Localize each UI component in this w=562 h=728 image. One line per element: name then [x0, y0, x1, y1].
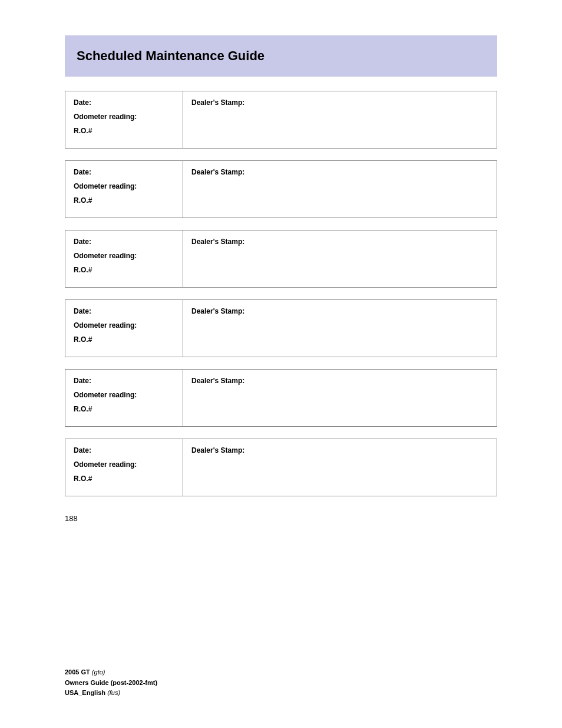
cards-container: Date:Odometer reading:R.O.#Dealer's Stam… [65, 91, 497, 496]
ro-label-1: R.O.# [74, 127, 174, 135]
odometer-label-1: Odometer reading: [74, 113, 174, 121]
dealer-stamp-label-2: Dealer's Stamp: [191, 168, 488, 176]
card-left-3: Date:Odometer reading:R.O.# [65, 230, 183, 287]
maintenance-card-6: Date:Odometer reading:R.O.#Dealer's Stam… [65, 439, 497, 496]
odometer-label-5: Odometer reading: [74, 391, 174, 399]
card-right-5: Dealer's Stamp: [183, 370, 497, 426]
card-right-1: Dealer's Stamp: [183, 91, 497, 148]
page-container: Scheduled Maintenance Guide Date:Odomete… [0, 0, 562, 728]
page-title: Scheduled Maintenance Guide [77, 48, 265, 63]
maintenance-card-3: Date:Odometer reading:R.O.#Dealer's Stam… [65, 230, 497, 288]
dealer-stamp-label-5: Dealer's Stamp: [191, 377, 488, 385]
ro-label-5: R.O.# [74, 405, 174, 413]
maintenance-card-1: Date:Odometer reading:R.O.#Dealer's Stam… [65, 91, 497, 149]
card-right-6: Dealer's Stamp: [183, 439, 497, 496]
ro-label-6: R.O.# [74, 475, 174, 483]
footer-fus: (fus) [105, 689, 120, 696]
card-left-5: Date:Odometer reading:R.O.# [65, 370, 183, 426]
card-right-2: Dealer's Stamp: [183, 161, 497, 218]
card-left-2: Date:Odometer reading:R.O.# [65, 161, 183, 218]
footer-usa-english: USA_English [65, 689, 105, 696]
dealer-stamp-label-1: Dealer's Stamp: [191, 98, 488, 107]
maintenance-card-5: Date:Odometer reading:R.O.#Dealer's Stam… [65, 369, 497, 427]
ro-label-2: R.O.# [74, 196, 174, 205]
card-right-4: Dealer's Stamp: [183, 300, 497, 357]
page-number: 188 [65, 514, 497, 523]
odometer-label-4: Odometer reading: [74, 321, 174, 330]
date-label-4: Date: [74, 307, 174, 315]
footer-line-3: USA_English (fus) [65, 688, 157, 699]
card-left-6: Date:Odometer reading:R.O.# [65, 439, 183, 496]
date-label-2: Date: [74, 168, 174, 176]
footer: 2005 GT (gto) Owners Guide (post-2002-fm… [65, 667, 157, 699]
footer-year-model: 2005 GT [65, 668, 90, 676]
card-left-1: Date:Odometer reading:R.O.# [65, 91, 183, 148]
date-label-1: Date: [74, 98, 174, 107]
odometer-label-6: Odometer reading: [74, 460, 174, 469]
footer-line-2: Owners Guide (post-2002-fmt) [65, 678, 157, 689]
odometer-label-2: Odometer reading: [74, 182, 174, 190]
dealer-stamp-label-6: Dealer's Stamp: [191, 446, 488, 454]
ro-label-3: R.O.# [74, 266, 174, 274]
card-right-3: Dealer's Stamp: [183, 230, 497, 287]
footer-gto: (gto) [90, 668, 105, 676]
date-label-6: Date: [74, 446, 174, 454]
date-label-5: Date: [74, 377, 174, 385]
maintenance-card-4: Date:Odometer reading:R.O.#Dealer's Stam… [65, 299, 497, 357]
header-banner: Scheduled Maintenance Guide [65, 35, 497, 77]
date-label-3: Date: [74, 238, 174, 246]
odometer-label-3: Odometer reading: [74, 252, 174, 260]
footer-owners-guide: Owners Guide (post-2002-fmt) [65, 679, 157, 686]
card-left-4: Date:Odometer reading:R.O.# [65, 300, 183, 357]
maintenance-card-2: Date:Odometer reading:R.O.#Dealer's Stam… [65, 160, 497, 218]
dealer-stamp-label-4: Dealer's Stamp: [191, 307, 488, 315]
footer-line-1: 2005 GT (gto) [65, 667, 157, 678]
ro-label-4: R.O.# [74, 335, 174, 344]
dealer-stamp-label-3: Dealer's Stamp: [191, 238, 488, 246]
